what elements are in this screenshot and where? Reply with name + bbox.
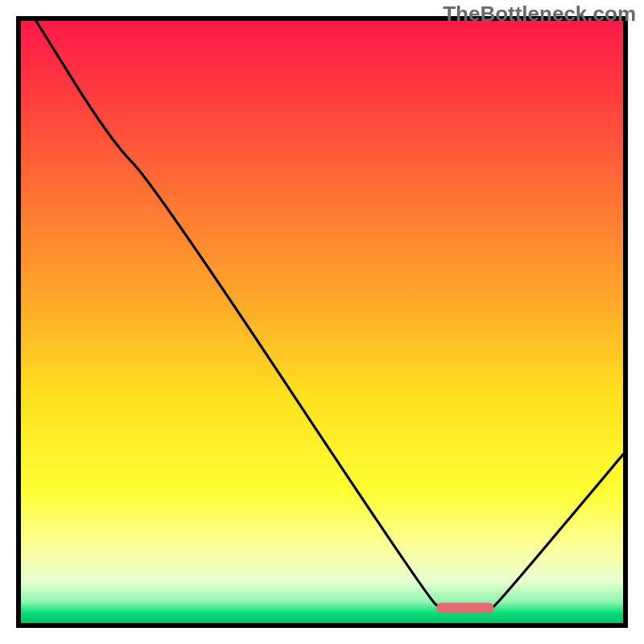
optimal-marker	[436, 603, 493, 613]
watermark-label: TheBottleneck.com	[443, 2, 636, 27]
bottleneck-curve-chart	[0, 0, 644, 644]
chart-container: TheBottleneck.com	[0, 0, 644, 644]
gradient-background	[21, 21, 623, 623]
